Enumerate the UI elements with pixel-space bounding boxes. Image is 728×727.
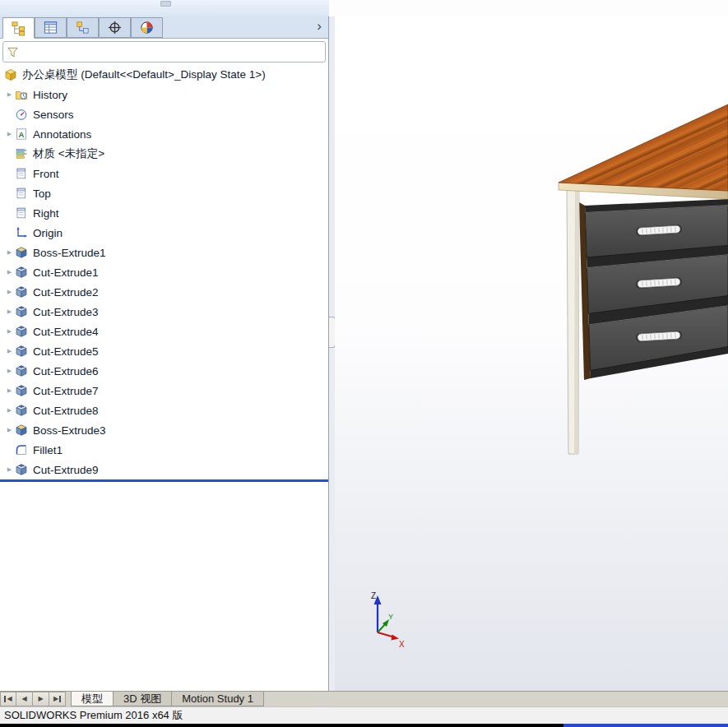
tree-item-front-plane[interactable]: ▶ Front bbox=[0, 164, 328, 183]
tree-item-cut-extrude5[interactable]: ▶ Cut-Extrude5 bbox=[0, 341, 328, 361]
orientation-triad: Z Y X bbox=[371, 591, 405, 649]
plane-icon bbox=[15, 167, 28, 180]
featuremanager-tab[interactable] bbox=[2, 17, 35, 39]
tree-item-label: Cut-Extrude1 bbox=[33, 266, 99, 279]
tree-item-label: Boss-Extrude1 bbox=[33, 247, 106, 259]
tree-item-top-plane[interactable]: ▶ Top bbox=[0, 183, 328, 203]
expand-arrow-icon[interactable]: ▶ bbox=[4, 131, 15, 137]
first-tab-button[interactable]: ◀ bbox=[0, 692, 16, 706]
tab-motion-study-1[interactable]: Motion Study 1 bbox=[171, 692, 264, 706]
tab-model[interactable]: 模型 bbox=[71, 692, 114, 706]
tree-item-cut-extrude2[interactable]: ▶ Cut-Extrude2 bbox=[0, 282, 328, 302]
expand-arrow-icon[interactable]: ▶ bbox=[4, 328, 15, 335]
tree-item-sensors[interactable]: ▶ Sensors bbox=[0, 104, 328, 124]
tree-filter-input[interactable] bbox=[19, 44, 325, 60]
triad-x-label: X bbox=[399, 640, 405, 649]
cut-extrude-icon bbox=[15, 266, 28, 279]
prev-arrow-icon: ◀ bbox=[7, 696, 12, 702]
configurationmanager-tab[interactable] bbox=[67, 17, 99, 38]
cut-extrude-icon bbox=[15, 285, 28, 299]
tree-root-label: 办公桌模型 (Default<<Default>_Display State 1… bbox=[22, 67, 266, 82]
sensors-icon bbox=[15, 108, 28, 121]
tree-item-label: Cut-Extrude8 bbox=[33, 405, 99, 417]
toolbar-grip[interactable] bbox=[160, 1, 171, 7]
tab-label: Motion Study 1 bbox=[182, 692, 253, 705]
tree-item-cut-extrude3[interactable]: ▶ Cut-Extrude3 bbox=[0, 302, 328, 322]
property-sheet-icon bbox=[43, 20, 58, 35]
panel-tab-bar: › bbox=[0, 16, 328, 39]
expand-arrow-icon[interactable]: ▶ bbox=[4, 368, 15, 374]
featuremanager-panel: › 办公桌模型 (Default<<Default>_Display State… bbox=[0, 16, 329, 691]
expand-arrow-icon[interactable]: ▶ bbox=[4, 387, 15, 394]
tree-item-label: Cut-Extrude6 bbox=[33, 365, 99, 377]
plane-icon bbox=[15, 187, 28, 200]
last-tab-button[interactable]: ▶ bbox=[49, 692, 66, 706]
tree-item-material[interactable]: ▶ 材质 <未指定> bbox=[0, 144, 328, 164]
expand-arrow-icon[interactable]: ▶ bbox=[4, 466, 15, 473]
tree-item-right-plane[interactable]: ▶ Right bbox=[0, 203, 328, 223]
tree-item-label: Cut-Extrude5 bbox=[33, 345, 99, 358]
tree-item-cut-extrude9[interactable]: ▶ Cut-Extrude9 bbox=[0, 460, 328, 479]
cut-extrude-icon bbox=[15, 364, 28, 377]
tree-item-boss-extrude3[interactable]: ▶ Boss-Extrude3 bbox=[0, 420, 328, 440]
dimxpertmanager-tab[interactable] bbox=[99, 17, 131, 38]
annotations-icon bbox=[15, 127, 28, 141]
next-tab-button[interactable]: ▶ bbox=[33, 692, 49, 706]
taskbar-edge bbox=[0, 724, 728, 727]
rollback-bar[interactable] bbox=[0, 479, 328, 482]
tree-item-cut-extrude7[interactable]: ▶ Cut-Extrude7 bbox=[0, 381, 328, 401]
tree-item-cut-extrude6[interactable]: ▶ Cut-Extrude6 bbox=[0, 361, 328, 381]
last-bar-icon bbox=[59, 696, 61, 702]
tree-item-label: Cut-Extrude3 bbox=[33, 306, 99, 318]
expand-arrow-icon[interactable]: ▶ bbox=[4, 348, 15, 354]
tree-item-label: Origin bbox=[33, 227, 63, 239]
status-text: SOLIDWORKS Premium 2016 x64 版 bbox=[4, 708, 183, 723]
expand-arrow-icon[interactable]: ▶ bbox=[4, 407, 15, 414]
tree-item-annotations[interactable]: ▶ Annotations bbox=[0, 124, 328, 144]
chevron-right-icon[interactable]: › bbox=[317, 18, 322, 35]
feature-tree-icon bbox=[11, 21, 26, 36]
tree-item-label: Cut-Extrude2 bbox=[33, 286, 99, 299]
tree-item-label: Top bbox=[33, 188, 51, 200]
tab-label: 模型 bbox=[81, 692, 103, 706]
expand-arrow-icon[interactable]: ▶ bbox=[4, 269, 15, 276]
tree-item-cut-extrude1[interactable]: ▶ Cut-Extrude1 bbox=[0, 262, 328, 282]
tree-item-label: Fillet1 bbox=[33, 444, 63, 456]
filter-funnel-icon bbox=[7, 46, 19, 58]
previous-tab-button[interactable]: ◀ bbox=[16, 692, 33, 706]
expand-arrow-icon[interactable]: ▶ bbox=[4, 427, 15, 433]
tree-item-label: Front bbox=[33, 168, 59, 180]
expand-arrow-icon[interactable]: ▶ bbox=[4, 308, 15, 315]
document-tab-bar: ◀ ◀ ▶ ▶ 模型 3D 视图 Motion Study 1 bbox=[0, 691, 728, 706]
panel-divider bbox=[329, 16, 335, 691]
material-icon bbox=[15, 147, 28, 160]
propertymanager-tab[interactable] bbox=[35, 17, 67, 38]
tree-item-fillet1[interactable]: ▶ Fillet1 bbox=[0, 440, 328, 460]
expand-arrow-icon[interactable]: ▶ bbox=[4, 289, 15, 295]
boss-extrude-icon bbox=[15, 424, 28, 437]
tree-item-label: 材质 <未指定> bbox=[33, 146, 104, 161]
prev-arrow-icon: ◀ bbox=[21, 696, 26, 702]
dimxpert-icon bbox=[107, 20, 123, 35]
next-arrow-icon: ▶ bbox=[53, 696, 58, 702]
tab-3d-views[interactable]: 3D 视图 bbox=[113, 692, 172, 706]
tree-root-item[interactable]: 办公桌模型 (Default<<Default>_Display State 1… bbox=[0, 65, 328, 85]
configuration-icon bbox=[75, 20, 90, 35]
status-bar: SOLIDWORKS Premium 2016 x64 版 bbox=[0, 706, 728, 724]
expand-arrow-icon[interactable]: ▶ bbox=[4, 249, 15, 256]
displaymanager-tab[interactable] bbox=[131, 17, 163, 38]
tree-item-label: Annotations bbox=[33, 128, 91, 141]
tree-item-cut-extrude8[interactable]: ▶ Cut-Extrude8 bbox=[0, 401, 328, 420]
cut-extrude-icon bbox=[15, 404, 28, 417]
tree-item-boss-extrude1[interactable]: ▶ Boss-Extrude1 bbox=[0, 243, 328, 262]
expand-arrow-icon[interactable]: ▶ bbox=[4, 91, 15, 98]
filter-box bbox=[2, 41, 326, 63]
viewport-3d[interactable]: Z Y X bbox=[335, 16, 728, 691]
tree-item-origin[interactable]: ▶ Origin bbox=[0, 223, 328, 243]
tree-item-history[interactable]: ▶ History bbox=[0, 85, 328, 104]
tree-item-label: Cut-Extrude9 bbox=[33, 464, 99, 476]
tab-label: 3D 视图 bbox=[123, 692, 161, 706]
tree-item-cut-extrude4[interactable]: ▶ Cut-Extrude4 bbox=[0, 322, 328, 341]
desk-3d-model[interactable]: Z Y X bbox=[335, 16, 728, 691]
triad-z-label: Z bbox=[371, 591, 376, 600]
